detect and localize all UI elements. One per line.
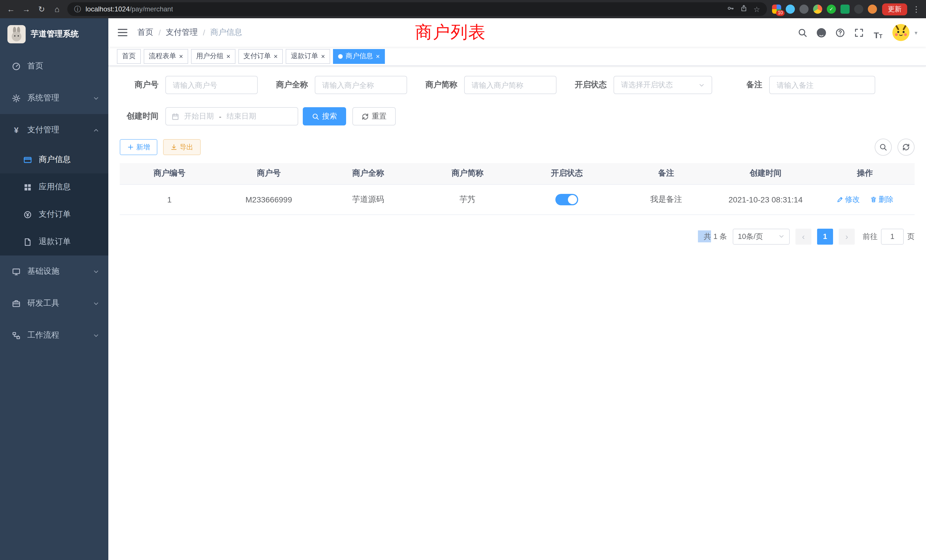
sidebar-item-devtools[interactable]: 研发工具 <box>0 288 108 319</box>
workflow-icon <box>11 331 21 340</box>
extension-icon[interactable]: 10 <box>772 5 781 14</box>
extension-icon[interactable]: ✓ <box>827 5 836 14</box>
sidebar-item-app-info[interactable]: 应用信息 <box>0 173 108 201</box>
font-size-icon[interactable]: TT <box>871 26 885 39</box>
bookmark-star-icon[interactable]: ☆ <box>754 5 760 14</box>
add-button-label: 新增 <box>136 142 150 152</box>
sidebar-item-label: 商户信息 <box>39 154 99 165</box>
search-icon[interactable] <box>796 26 809 39</box>
col-remark: 备注 <box>617 163 716 184</box>
extension-icon[interactable] <box>799 5 808 14</box>
help-icon[interactable] <box>834 26 847 39</box>
tab-home[interactable]: 首页 <box>117 49 141 64</box>
page-size-select[interactable]: 10条/页 <box>733 229 790 244</box>
merchant-no-input[interactable] <box>165 76 258 94</box>
reset-button[interactable]: 重置 <box>353 107 396 126</box>
gear-icon <box>11 94 21 102</box>
date-range-picker[interactable]: 开始日期 - 结束日期 <box>165 107 298 126</box>
page-1-button[interactable]: 1 <box>817 229 833 244</box>
refresh-button[interactable] <box>897 139 915 156</box>
logo-image <box>8 25 26 43</box>
grid-icon <box>23 183 32 191</box>
tab-pay-order[interactable]: 支付订单× <box>238 49 283 64</box>
status-toggle[interactable] <box>555 194 578 205</box>
tab-merchant-info[interactable]: 商户信息× <box>333 49 385 64</box>
next-page-button[interactable]: › <box>839 229 855 244</box>
close-icon[interactable]: × <box>274 53 278 60</box>
fullscreen-icon[interactable] <box>852 26 866 39</box>
full-name-input[interactable] <box>315 76 407 94</box>
page-annotation: 商户列表 <box>415 21 486 44</box>
site-info-icon[interactable]: ⓘ <box>74 4 81 14</box>
sidebar-item-infrastructure[interactable]: 基础设施 <box>0 256 108 288</box>
table-row: 1 M233666999 芋道源码 芋艿 我是备注 2021-10-23 08:… <box>120 184 915 215</box>
forward-icon[interactable]: → <box>21 5 31 13</box>
close-icon[interactable]: × <box>179 53 183 60</box>
toggle-search-button[interactable] <box>875 139 892 156</box>
back-icon[interactable]: ← <box>6 5 16 13</box>
browser-toolbar: ← → ↻ ⌂ ⓘ localhost:1024/pay/merchant ☆ … <box>0 0 926 18</box>
field-status: 开启状态 请选择开启状态 <box>568 76 712 94</box>
hamburger-icon[interactable] <box>117 27 128 38</box>
search-button[interactable]: 搜索 <box>303 107 346 126</box>
chevron-down-icon <box>93 300 99 307</box>
edit-link[interactable]: 修改 <box>837 194 860 204</box>
reload-icon[interactable]: ↻ <box>36 5 47 13</box>
avatar-caret-icon[interactable]: ▾ <box>915 29 917 36</box>
extension-icon[interactable] <box>868 5 877 14</box>
goto-label: 前往 <box>863 231 878 242</box>
field-merchant-no: 商户号 <box>120 76 258 94</box>
breadcrumb-payment[interactable]: 支付管理 <box>166 27 198 38</box>
app-logo[interactable]: 芋道管理系统 <box>0 18 108 50</box>
extension-icon[interactable] <box>854 5 863 14</box>
pagination-total-highlight: 共 <box>698 230 711 242</box>
github-icon[interactable] <box>815 26 829 39</box>
breadcrumb-home[interactable]: 首页 <box>138 27 153 38</box>
short-name-input[interactable] <box>464 76 557 94</box>
remark-input[interactable] <box>769 76 875 94</box>
sidebar-item-pay-order[interactable]: 支付订单 <box>0 201 108 228</box>
chevron-down-icon <box>93 268 99 275</box>
tab-process-form[interactable]: 流程表单× <box>144 49 188 64</box>
table-header-row: 商户编号 商户号 商户全称 商户简称 开启状态 备注 创建时间 操作 <box>120 163 915 184</box>
home-icon[interactable]: ⌂ <box>52 5 62 13</box>
field-label: 备注 <box>723 80 763 90</box>
sidebar-item-workflow[interactable]: 工作流程 <box>0 319 108 351</box>
share-icon[interactable] <box>740 5 748 14</box>
sidebar-item-system[interactable]: 系统管理 <box>0 82 108 114</box>
close-icon[interactable]: × <box>321 53 325 60</box>
sidebar-item-label: 支付管理 <box>27 125 93 135</box>
export-button[interactable]: 导出 <box>163 139 201 155</box>
delete-link[interactable]: 删除 <box>870 194 894 204</box>
sidebar-item-merchant-info[interactable]: 商户信息 <box>0 146 108 173</box>
browser-update-button[interactable]: 更新 <box>882 3 907 15</box>
password-key-icon[interactable] <box>727 5 735 14</box>
navbar: 首页 / 支付管理 / 商户信息 商户列表 TT ▾ <box>108 18 926 47</box>
prev-page-button[interactable]: ‹ <box>796 229 811 244</box>
url-bar[interactable]: ⓘ localhost:1024/pay/merchant ☆ <box>67 2 767 16</box>
avatar[interactable] <box>892 24 909 41</box>
add-button[interactable]: 新增 <box>120 139 157 155</box>
close-icon[interactable]: × <box>226 53 230 60</box>
extension-icon[interactable] <box>786 5 795 14</box>
page-size-value: 10条/页 <box>738 231 763 242</box>
col-short-name: 商户简称 <box>418 163 517 184</box>
merchant-table: 商户编号 商户号 商户全称 商户简称 开启状态 备注 创建时间 操作 1 <box>120 163 915 215</box>
goto-page-input[interactable] <box>881 229 904 244</box>
browser-menu-icon[interactable]: ⋮ <box>912 5 920 14</box>
sidebar-item-refund-order[interactable]: 退款订单 <box>0 228 108 256</box>
close-icon[interactable]: × <box>376 53 380 60</box>
tab-label: 退款订单 <box>291 51 318 61</box>
extension-icon[interactable] <box>813 5 822 14</box>
status-select[interactable]: 请选择开启状态 <box>614 76 712 94</box>
pagination: 共1 条 10条/页 ‹ 1 › 前往 页 <box>120 229 915 244</box>
sidebar-item-payment[interactable]: ¥ 支付管理 <box>0 114 108 146</box>
pagination-total: 共1 条 <box>698 231 727 242</box>
url-text: localhost:1024/pay/merchant <box>86 5 173 13</box>
sidebar-item-home[interactable]: 首页 <box>0 50 108 82</box>
tab-refund-order[interactable]: 退款订单× <box>286 49 330 64</box>
field-create-time: 创建时间 开始日期 - 结束日期 <box>120 107 298 126</box>
reset-button-label: 重置 <box>372 111 387 121</box>
extension-icon[interactable] <box>840 5 850 14</box>
tab-user-group[interactable]: 用户分组× <box>191 49 236 64</box>
